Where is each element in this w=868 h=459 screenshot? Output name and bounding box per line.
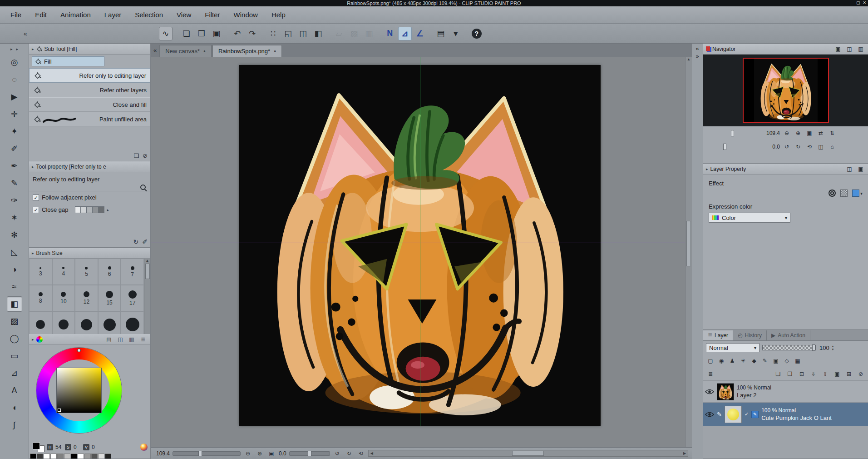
navigator-header[interactable]: Navigator ▣ ◫ ▥: [703, 44, 868, 55]
enable-mask-icon[interactable]: ▣: [771, 356, 780, 365]
navigator-tab-icon[interactable]: ▣: [833, 45, 843, 54]
expression-color-dropdown[interactable]: Color ▾: [709, 213, 790, 223]
ruler-range-icon[interactable]: ◇: [782, 356, 791, 365]
tab-close-icon[interactable]: ●: [203, 49, 206, 53]
move-tool-icon[interactable]: ✛: [7, 106, 22, 122]
selection-invert-icon[interactable]: ▱: [332, 27, 346, 40]
segment-expand-icon[interactable]: ▸: [107, 208, 109, 212]
main-color-swatch[interactable]: [33, 442, 40, 449]
tab-auto-action[interactable]: ▶ Auto Action: [767, 330, 810, 340]
subtool-item-refer-other[interactable]: Refer other layers: [29, 83, 150, 97]
tab-rainbowspots[interactable]: RainbowSpots.png* ●: [212, 45, 282, 57]
brush-size-option[interactable]: 17: [121, 285, 144, 311]
close-gap-segments[interactable]: [75, 206, 104, 213]
color-set-tab-icon[interactable]: ◫: [116, 335, 125, 344]
snap-ruler-icon[interactable]: ⊿: [398, 27, 412, 40]
new-folder-icon[interactable]: ❐: [785, 369, 794, 379]
brush-size-scrollbar[interactable]: ▲: [144, 259, 150, 334]
maximize-button[interactable]: ▢: [856, 0, 860, 5]
menu-selection[interactable]: Selection: [128, 9, 170, 21]
close-button[interactable]: ✕: [863, 0, 866, 5]
merge-visible-icon[interactable]: ▣: [833, 369, 842, 379]
redo-icon[interactable]: ↷: [246, 27, 259, 40]
slider-thumb[interactable]: [723, 144, 726, 150]
snap-angle-icon[interactable]: ∠: [413, 27, 427, 40]
save-icon[interactable]: ▣: [210, 27, 223, 40]
line-correction-tool-icon[interactable]: ∫: [7, 417, 22, 433]
information-tab-icon[interactable]: ▥: [856, 45, 865, 54]
pencil-tool-icon[interactable]: ✎: [7, 175, 22, 191]
subview-tab-icon[interactable]: ◫: [845, 45, 854, 54]
canvas-vertical-scrollbar[interactable]: ▲: [685, 57, 692, 447]
menu-animation[interactable]: Animation: [54, 9, 98, 21]
auto-select-tool-icon[interactable]: ✦: [7, 124, 22, 139]
ruler-tool-icon[interactable]: ⊿: [7, 365, 22, 381]
brush-size-option[interactable]: [75, 311, 98, 334]
reset-rotation-icon[interactable]: ⟲: [805, 142, 814, 151]
zoom-out-icon[interactable]: ⊖: [243, 449, 252, 458]
menu-layer[interactable]: Layer: [98, 9, 128, 21]
tool-property-header[interactable]: ▸ Tool property [Refer only to e: [29, 161, 150, 172]
layer-menu-icon[interactable]: ≣: [706, 369, 715, 379]
tab-layer[interactable]: ≣ Layer: [703, 330, 733, 340]
tone-effect-icon[interactable]: [840, 190, 848, 197]
layer-search-tab-icon[interactable]: ▣: [856, 165, 865, 174]
tab-history[interactable]: ◴ History: [733, 330, 767, 340]
gradient-tool-icon[interactable]: ▨: [7, 314, 22, 329]
brush-size-option[interactable]: 12: [75, 285, 98, 311]
hue-ring[interactable]: [36, 348, 122, 433]
panel-arrow-icon[interactable]: ▸: [32, 337, 34, 342]
opacity-spinner[interactable]: ▴ ▾: [832, 344, 834, 351]
navigator-view-frame[interactable]: [743, 58, 829, 123]
color-slider-tab-icon[interactable]: ▤: [104, 335, 113, 344]
balloon-tool-icon[interactable]: ◖: [7, 400, 22, 415]
frame-tool-icon[interactable]: ▭: [7, 348, 22, 364]
menu-view[interactable]: View: [170, 9, 198, 21]
duplicate-subtool-icon[interactable]: ❏: [133, 152, 139, 159]
brush-size-header[interactable]: ▸ Brush Size: [29, 248, 150, 259]
slider-thumb[interactable]: [308, 451, 311, 456]
undo-icon[interactable]: ↶: [231, 27, 244, 40]
zoom-slider[interactable]: [173, 451, 241, 456]
new-file-icon[interactable]: ❏: [180, 27, 193, 40]
brush-size-option[interactable]: 10: [52, 285, 75, 311]
layer-thumbnail[interactable]: [725, 406, 742, 423]
draft-layer-icon[interactable]: ☀: [739, 356, 748, 365]
menu-file[interactable]: File: [4, 9, 28, 21]
color-mixer-icon[interactable]: [140, 444, 148, 451]
subtool-item-close-fill[interactable]: Close and fill: [29, 97, 150, 112]
hue-marker[interactable]: [77, 349, 81, 352]
delete-subtool-icon[interactable]: ⊘: [143, 152, 148, 159]
mask-area-icon[interactable]: ▢: [706, 356, 715, 365]
fill-tool-icon[interactable]: ◧: [7, 296, 22, 312]
flip-horizontal-icon[interactable]: ⇄: [816, 129, 825, 138]
zoom-in-icon[interactable]: ⊕: [255, 449, 264, 458]
figure-tool-icon[interactable]: ◯: [7, 331, 22, 346]
color-panel-header[interactable]: ▸ ▤ ◫ ▥ ≣: [29, 334, 150, 345]
subtool-panel-header[interactable]: ▸ Sub Tool [Fill]: [29, 44, 150, 55]
navigator-preview[interactable]: [703, 55, 868, 126]
panel-collapse-left-icon[interactable]: «: [152, 47, 158, 54]
option-close-gap[interactable]: ✓ Close gap ▸: [29, 204, 150, 216]
subtool-item-refer-editing[interactable]: Refer only to editing layer: [29, 68, 150, 83]
fit-screen-icon[interactable]: ▣: [805, 129, 814, 138]
combine-layer-icon[interactable]: ⇧: [821, 369, 830, 379]
visibility-eye-icon[interactable]: [705, 389, 714, 395]
blend-tool-icon[interactable]: ◑: [7, 262, 22, 277]
brush-size-option[interactable]: [98, 311, 121, 334]
layer-row-cute-pumpkin[interactable]: ✎ ✓ ✎ 100 % Normal Cute Pumpkin Jack O L…: [703, 403, 868, 426]
color-mixer-tab-icon[interactable]: ≣: [138, 335, 148, 344]
layer-color-effect[interactable]: ▾: [852, 190, 863, 197]
home-view-icon[interactable]: ⌂: [828, 142, 837, 151]
brush-size-option[interactable]: [121, 311, 144, 334]
zoom-tool-icon[interactable]: ◎: [7, 55, 22, 70]
layer-row-layer2[interactable]: 100 % Normal Layer 2: [703, 381, 868, 403]
fit-screen-icon[interactable]: ▣: [267, 449, 276, 458]
selection-border-icon[interactable]: ▥: [362, 27, 376, 40]
rotate-ccw-icon[interactable]: ↺: [333, 449, 342, 458]
scroll-left-icon[interactable]: ◀: [369, 451, 375, 455]
opacity-slider[interactable]: [762, 345, 816, 350]
menu-filter[interactable]: Filter: [198, 9, 227, 21]
menu-edit[interactable]: Edit: [28, 9, 54, 21]
color-history-tab-icon[interactable]: ▥: [127, 335, 136, 344]
